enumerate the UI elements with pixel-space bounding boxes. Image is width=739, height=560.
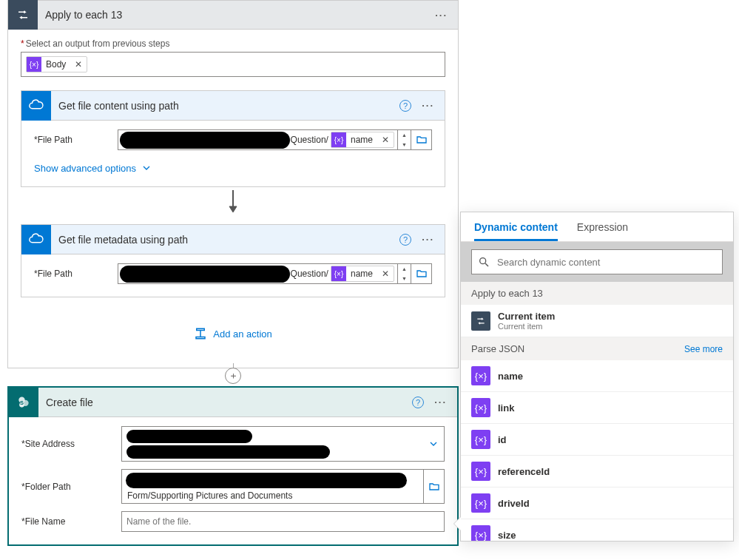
callout-arrow [454, 517, 461, 530]
dc-search-input[interactable] [496, 256, 716, 269]
help-icon[interactable]: ? [399, 100, 411, 112]
gfm-filepath-input[interactable]: Question/ {×} name ✕ ▲▼ [118, 263, 432, 284]
help-icon[interactable]: ? [412, 397, 424, 408]
folder-picker-icon[interactable] [411, 264, 431, 283]
stepper[interactable]: ▲▼ [397, 264, 411, 283]
tab-dynamic-content[interactable]: Dynamic content [474, 221, 558, 241]
gfm-filepath-label: *File Path [34, 269, 118, 279]
fx-icon: {×} [471, 525, 490, 541]
add-action-button[interactable]: Add an action [21, 297, 445, 355]
fx-icon: {×} [471, 493, 490, 513]
tab-expression[interactable]: Expression [577, 221, 628, 241]
gfc-title: Get file content using path [51, 100, 389, 112]
create-file-title: Create file [38, 397, 402, 408]
create-file-more-icon[interactable]: ··· [434, 397, 447, 408]
gfc-header[interactable]: Get file content using path ? ··· [21, 91, 445, 121]
dc-item-id[interactable]: {×}id [461, 424, 733, 456]
redacted-path [120, 132, 290, 149]
dc-item-current[interactable]: Current item Current item [461, 305, 733, 337]
sharepoint-icon: S [9, 388, 38, 417]
get-file-metadata-card: Get file metadata using path ? ··· *File… [21, 224, 445, 297]
dc-section-apply: Apply to each 13 [461, 282, 733, 305]
dc-item-size[interactable]: {×}size [461, 519, 733, 541]
gfm-title: Get file metadata using path [51, 234, 389, 246]
search-icon [478, 256, 490, 268]
select-output-label: *Select an output from previous steps [21, 38, 445, 49]
dc-current-sub: Current item [498, 322, 555, 331]
dc-search-box[interactable] [471, 249, 723, 274]
create-file-header[interactable]: S Create file ? ··· [9, 388, 457, 417]
fx-icon: {×} [471, 366, 490, 385]
folder-path-input[interactable]: Form/Supporting Pictures and Documents [121, 469, 445, 504]
dropdown-icon[interactable] [423, 427, 444, 461]
loop-icon [471, 311, 490, 331]
get-file-content-card: Get file content using path ? ··· *File … [21, 90, 445, 187]
dc-item-referenceid[interactable]: {×}referenceId [461, 456, 733, 488]
help-icon[interactable]: ? [399, 234, 411, 246]
apply-to-each-header[interactable]: Apply to each 13 ··· [7, 0, 459, 30]
dc-item-link[interactable]: {×}link [461, 392, 733, 424]
body-token[interactable]: {×} Body ✕ [26, 56, 87, 72]
site-address-input[interactable] [121, 426, 445, 462]
connector-arrow [21, 187, 445, 217]
onedrive-icon [21, 225, 51, 254]
create-file-card: S Create file ? ··· *Site Address [7, 386, 459, 546]
show-advanced-link[interactable]: Show advanced options [34, 162, 152, 174]
dc-current-title: Current item [498, 311, 555, 322]
gfc-filepath-input[interactable]: Question/ {×} name ✕ ▲▼ [118, 129, 432, 150]
select-output-input[interactable]: {×} Body ✕ [21, 52, 445, 77]
redacted-site [126, 445, 330, 459]
folder-picker-icon[interactable] [423, 470, 444, 503]
fx-icon: {×} [331, 132, 346, 147]
stepper[interactable]: ▲▼ [397, 130, 411, 149]
apply-more-icon[interactable]: ··· [435, 10, 448, 21]
svg-point-8 [480, 258, 486, 264]
remove-token-icon[interactable]: ✕ [377, 135, 394, 145]
redacted-path [120, 266, 290, 283]
apply-title: Apply to each 13 [38, 9, 425, 21]
svg-rect-3 [196, 337, 205, 339]
gfm-more-icon[interactable]: ··· [422, 234, 434, 245]
fx-icon: {×} [471, 462, 490, 481]
redacted-site [126, 430, 252, 443]
svg-line-9 [485, 263, 488, 266]
remove-token-icon[interactable]: ✕ [70, 59, 87, 70]
file-name-label: *File Name [21, 516, 121, 527]
fx-icon: {×} [471, 398, 490, 417]
see-more-link[interactable]: See more [684, 344, 723, 354]
fx-icon: {×} [331, 266, 346, 281]
fx-icon: {×} [27, 57, 41, 72]
site-address-label: *Site Address [21, 439, 121, 449]
onedrive-icon [21, 91, 51, 121]
folder-picker-icon[interactable] [411, 130, 431, 149]
dc-section-parse: Parse JSON See more [461, 337, 733, 360]
gfc-more-icon[interactable]: ··· [422, 100, 434, 111]
redacted-folder [126, 473, 407, 488]
dc-item-driveid[interactable]: {×}driveId [461, 488, 733, 519]
remove-token-icon[interactable]: ✕ [377, 269, 394, 279]
file-name-input[interactable] [121, 511, 445, 532]
dc-item-name[interactable]: {×}name [461, 360, 733, 392]
svg-text:S: S [20, 399, 24, 405]
svg-rect-1 [197, 328, 205, 330]
folder-path-label: *Folder Path [21, 482, 121, 492]
fx-icon: {×} [471, 430, 490, 449]
insert-step-button[interactable]: ＋ [225, 368, 241, 384]
gfm-header[interactable]: Get file metadata using path ? ··· [21, 225, 445, 254]
dynamic-content-panel: Dynamic content Expression Apply to each… [460, 212, 734, 542]
loop-icon [8, 0, 38, 30]
name-token[interactable]: {×} name ✕ [331, 132, 394, 148]
name-token[interactable]: {×} name ✕ [331, 266, 394, 282]
gfc-filepath-label: *File Path [34, 135, 118, 145]
